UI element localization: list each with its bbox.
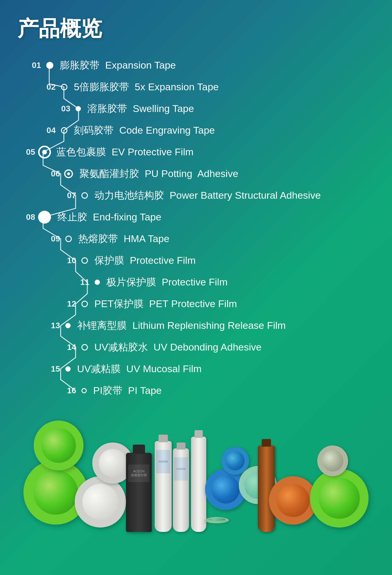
item-number-08: 08 xyxy=(18,212,35,222)
dot-13 xyxy=(65,323,71,328)
timeline-item-15: 15 UV减粘膜 UV Mucosal Film xyxy=(18,358,374,380)
item-number-12: 12 xyxy=(53,299,76,309)
dot-02 xyxy=(61,84,67,90)
timeline-item-16: 16 PI胶带 PI Tape xyxy=(18,380,374,402)
dot-04 xyxy=(61,127,67,134)
item-number-01: 01 xyxy=(18,61,41,70)
item-number-07: 07 xyxy=(53,191,76,200)
dot-07 xyxy=(81,192,88,199)
product-white-roll-1 xyxy=(75,476,126,528)
item-text-14: UV减粘胶水 UV Debonding Adhesive xyxy=(94,341,262,354)
item-text-08: 终止胶 End-fixing Tape xyxy=(57,210,161,224)
item-number-04: 04 xyxy=(32,126,56,135)
timeline-item-03: 03 溶胀胶带 Swelling Tape xyxy=(18,98,374,120)
product-green-roll-3 xyxy=(310,469,369,528)
item-number-09: 09 xyxy=(37,234,60,244)
item-number-05: 05 xyxy=(18,147,35,157)
dot-08 xyxy=(38,211,51,224)
item-text-05: 蓝色包裹膜 EV Protective Film xyxy=(56,145,194,159)
dot-14 xyxy=(81,344,88,351)
timeline-item-13: 13 补锂离型膜 Lithium Replenishing Release Fi… xyxy=(18,315,374,336)
product-white-tube-2: AOZON xyxy=(173,448,189,532)
item-number-16: 16 xyxy=(53,386,76,395)
timeline-item-07: 07 动力电池结构胶 Power Battery Structural Adhe… xyxy=(18,185,374,206)
item-text-09: 热熔胶带 HMA Tape xyxy=(78,232,169,246)
timeline-item-02: 02 5倍膨胀胶带 5x Expansion Tape xyxy=(18,76,374,98)
dot-03 xyxy=(76,106,81,111)
item-number-02: 02 xyxy=(32,82,56,92)
dot-16 xyxy=(81,388,87,393)
item-text-12: PET保护膜 PET Protective Film xyxy=(94,297,237,311)
dot-11 xyxy=(95,280,100,285)
dot-06 xyxy=(64,169,73,178)
timeline-item-04: 04 刻码胶带 Code Engraving Tape xyxy=(18,120,374,141)
item-number-11: 11 xyxy=(66,278,89,287)
item-text-11: 极片保护膜 Protective Film xyxy=(106,275,228,289)
timeline-item-14: 14 UV减粘胶水 UV Debonding Adhesive xyxy=(18,336,374,358)
product-green-roll-2 xyxy=(34,421,83,470)
item-text-03: 溶胀胶带 Swelling Tape xyxy=(87,102,194,115)
products-section: AOZON热熔胶封胶 AOZON AOZON xyxy=(18,410,374,533)
item-number-06: 06 xyxy=(37,169,60,178)
timeline-item-05: 05 蓝色包裹膜 EV Protective Film xyxy=(18,141,374,163)
item-text-02: 5倍膨胀胶带 5x Expansion Tape xyxy=(74,80,219,94)
item-number-15: 15 xyxy=(37,364,60,374)
item-text-07: 动力电池结构胶 Power Battery Structural Adhesiv… xyxy=(94,189,321,202)
item-number-14: 14 xyxy=(53,343,76,352)
dot-09 xyxy=(65,236,72,242)
product-silver-roll xyxy=(317,445,348,476)
dot-15 xyxy=(65,366,71,372)
product-white-tube-1: AOZON xyxy=(155,441,172,532)
timeline-item-08: 08 终止胶 End-fixing Tape xyxy=(18,206,374,228)
item-text-01: 膨胀胶带 Expansion Tape xyxy=(60,59,176,72)
item-number-03: 03 xyxy=(47,104,70,113)
timeline-item-12: 12 PET保护膜 PET Protective Film xyxy=(18,293,374,315)
dot-10 xyxy=(81,257,88,264)
item-text-13: 补锂离型膜 Lithium Replenishing Release Film xyxy=(77,319,286,332)
item-text-10: 保护膜 Protective Film xyxy=(94,254,196,267)
item-text-16: PI胶带 PI Tape xyxy=(93,384,162,397)
timeline-item-09: 09 热熔胶带 HMA Tape xyxy=(18,228,374,250)
dot-01 xyxy=(46,62,53,69)
item-number-10: 10 xyxy=(53,256,76,265)
timeline-item-10: 10 保护膜 Protective Film xyxy=(18,250,374,271)
page-title: 产品概览 xyxy=(18,15,374,43)
product-white-tube-3 xyxy=(191,437,206,532)
item-text-06: 聚氨酯灌封胶 PU Potting Adhesive xyxy=(79,167,238,181)
item-number-13: 13 xyxy=(37,321,60,330)
timeline-item-11: 11 极片保护膜 Protective Film xyxy=(18,271,374,293)
product-dark-bottle: AOZON热熔胶封胶 xyxy=(126,453,152,532)
timeline-item-01: 01 膨胀胶带 Expansion Tape xyxy=(18,55,374,76)
page-container: 产品概览 01 膨胀胶带 Expansion Tape 02 5倍膨胀胶带 5x… xyxy=(0,0,392,575)
dot-05 xyxy=(38,146,51,159)
timeline-wrapper: 01 膨胀胶带 Expansion Tape 02 5倍膨胀胶带 5x Expa… xyxy=(18,55,374,402)
item-text-04: 刻码胶带 Code Engraving Tape xyxy=(74,124,215,137)
item-text-15: UV减粘膜 UV Mucosal Film xyxy=(77,362,202,376)
timeline-item-06: 06 聚氨酯灌封胶 PU Potting Adhesive xyxy=(18,163,374,185)
dot-12 xyxy=(81,301,88,307)
